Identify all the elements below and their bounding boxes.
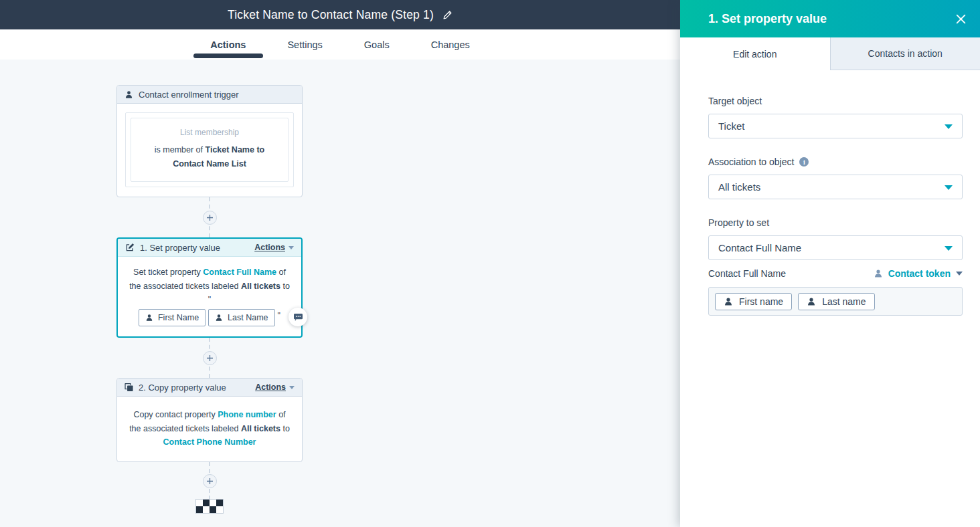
chevron-down-icon [945,124,953,129]
chevron-down-icon [945,246,953,251]
association-label-text: Association to object [708,156,794,167]
close-panel-button[interactable] [953,11,969,27]
value-token-input[interactable]: First name Last name [708,287,963,316]
workflow-title: Ticket Name to Contact Name (Step 1) [228,8,434,22]
property-to-set-label-text: Property to set [708,217,769,228]
contact-icon [874,269,883,278]
edit-title-icon[interactable] [442,10,453,20]
action-1-title: 1. Set property value [140,243,220,253]
action-card-2[interactable]: 2. Copy property value Actions Copy cont… [116,378,303,462]
canvas-side: Ticket Name to Contact Name (Step 1) Act… [0,0,680,527]
action-1-property-link[interactable]: Contact Full Name [203,268,276,277]
token-first-name[interactable]: First name [715,293,792,310]
workflow-end-flag-icon [196,500,223,513]
tab-changes[interactable]: Changes [428,39,473,50]
target-object-value: Ticket [718,120,744,132]
flag-cell [203,506,210,513]
target-object-label-text: Target object [708,96,762,106]
token-last-name[interactable]: Last name [798,293,874,310]
trigger-filter-prefix: is member of [155,145,206,154]
workflow-editor: Ticket Name to Contact Name (Step 1) Act… [0,0,980,527]
token-last-name-label: Last name [822,296,866,307]
contact-icon [125,90,133,99]
edit-action-panel: 1. Set property value Edit action Contac… [680,0,980,527]
panel-tabbar: Edit action Contacts in action [680,37,980,70]
tab-goals[interactable]: Goals [361,39,392,50]
tab-edit-action[interactable]: Edit action [680,37,830,70]
workflow-canvas: Contact enrollment trigger List membersh… [0,60,680,527]
close-icon [955,13,967,25]
target-object-label: Target object [708,96,963,106]
plus-icon [207,215,213,221]
association-value: All tickets [718,181,760,193]
copy-action-icon [125,383,133,392]
action-1-actions-label: Actions [254,243,285,252]
plus-icon [207,355,213,361]
action-2-property-link[interactable]: Phone number [218,410,276,419]
plus-icon [207,478,213,484]
association-label: Association to object i [708,156,963,167]
tab-actions[interactable]: Actions [208,39,248,50]
contact-icon [215,314,223,322]
flag-cell [210,506,216,513]
contact-icon [724,297,733,306]
info-icon[interactable]: i [799,157,809,167]
enrollment-trigger-card[interactable]: Contact enrollment trigger List membersh… [116,85,303,197]
action-1-actions-menu[interactable]: Actions [254,243,294,252]
connector-1 [116,197,303,237]
token-first-name-label: First name [739,296,783,307]
action-2-actions-menu[interactable]: Actions [255,383,295,392]
contact-icon [807,297,816,306]
trigger-filter-text: is member of Ticket Name to Contact Name… [139,143,280,171]
comment-button[interactable] [289,308,307,326]
trigger-criteria-card[interactable]: List membership is member of Ticket Name… [131,118,289,182]
flag-cell [196,506,203,513]
panel-title: 1. Set property value [708,12,953,26]
action-1-token-line: First Name Last Name " [129,309,291,326]
action-2-title: 2. Copy property value [139,383,226,393]
trigger-card-body: List membership is member of Ticket Name… [117,104,302,197]
edit-action-icon [125,243,135,252]
contact-token-label: Contact token [888,268,951,279]
chevron-down-icon [956,272,963,276]
workflow-title-group: Ticket Name to Contact Name (Step 1) [228,8,453,22]
property-to-set-value: Contact Full Name [718,242,801,253]
token-last-name[interactable]: Last Name [208,309,274,326]
trigger-card-title: Contact enrollment trigger [139,90,239,100]
token-first-name[interactable]: First Name [139,309,206,326]
contact-token-button[interactable]: Contact token [874,268,963,279]
action-card-1[interactable]: 1. Set property value Actions Set ticket… [116,237,303,338]
add-action-button-2[interactable] [203,351,217,365]
tab-settings[interactable]: Settings [284,39,325,50]
closing-quote: " [278,309,280,322]
value-editor-label: Contact Full Name [708,268,786,279]
workflow-tabbar: Actions Settings Goals Changes [0,29,680,60]
topbar: Ticket Name to Contact Name (Step 1) [0,0,680,29]
add-action-button-3[interactable] [203,474,217,488]
token-first-name-label: First Name [158,311,199,324]
action-2-header: 2. Copy property value Actions [117,379,302,397]
flag-cell [203,500,210,506]
action-2-target-property-link[interactable]: Contact Phone Number [163,437,256,447]
action-1-text: Set ticket property [133,268,203,277]
contact-icon [145,314,153,322]
connector-2 [116,338,303,378]
flag-cell [216,506,223,513]
action-2-text: Copy contact property [133,410,218,419]
target-object-select[interactable]: Ticket [708,114,963,138]
association-select[interactable]: All tickets [708,175,963,199]
flag-cell [210,500,216,506]
action-2-text: to [280,424,290,433]
action-1-header: 1. Set property value Actions [118,239,301,257]
action-1-association-label: All tickets [241,282,280,291]
trigger-card-header: Contact enrollment trigger [117,86,302,104]
chevron-down-icon [945,185,953,190]
action-1-body: Set ticket property Contact Full Name of… [118,257,301,336]
panel-body: Target object Ticket Association to obje… [680,70,980,316]
add-action-button-1[interactable] [203,211,217,225]
workflow-flow: Contact enrollment trigger List membersh… [116,85,303,513]
chevron-down-icon [289,386,295,389]
tab-contacts-in-action[interactable]: Contacts in action [830,37,980,70]
comment-icon [293,313,303,322]
property-to-set-select[interactable]: Contact Full Name [708,235,963,260]
